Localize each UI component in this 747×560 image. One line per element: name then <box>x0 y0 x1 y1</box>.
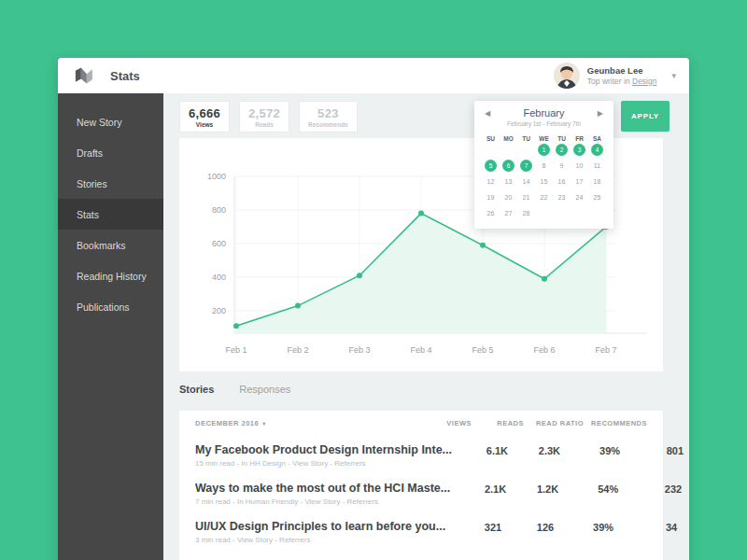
x-tick-label: Feb 2 <box>287 345 308 355</box>
y-tick-label: 1000 <box>207 172 226 181</box>
caret-down-icon: ▾ <box>262 420 266 427</box>
calendar-day[interactable]: 2 <box>553 142 571 158</box>
table-header-row: DECEMBER 2016 ▾ VIEWS READS READ RATIO R… <box>179 411 663 436</box>
sidebar-item-new-story[interactable]: New Story <box>58 106 163 137</box>
calendar-day[interactable]: 24 <box>571 189 588 205</box>
stat-card-views[interactable]: 6,666 Views <box>179 101 230 133</box>
content-tabs: Stories Responses <box>179 384 290 395</box>
calendar-day[interactable]: 11 <box>588 158 606 174</box>
story-title[interactable]: Ways to make the most out of the HCI Mas… <box>195 482 450 495</box>
calendar-day-selected[interactable]: 5 <box>485 160 497 172</box>
day-header: SA <box>588 135 606 142</box>
table-row[interactable]: Ways to make the most out of the HCI Mas… <box>179 474 663 512</box>
calendar-day-selected[interactable]: 7 <box>520 160 532 172</box>
day-header: SU <box>482 135 500 142</box>
x-tick-label: Feb 7 <box>595 345 616 355</box>
user-info[interactable]: Geunbae Lee Top writer in Design <box>587 65 657 87</box>
stat-card-recommends[interactable]: 523 Recommends <box>299 101 358 133</box>
sidebar-item-reading-history[interactable]: Reading History <box>58 260 163 291</box>
calendar-day-selected[interactable]: 6 <box>502 160 514 172</box>
calendar-day[interactable]: 5 <box>482 158 500 174</box>
read-ratio-cell: 39% <box>560 443 620 456</box>
sidebar-item-drafts[interactable]: Drafts <box>58 137 163 168</box>
calendar-day-empty <box>535 205 553 221</box>
table-row[interactable]: UI/UX Design Principles to learn before … <box>179 512 663 551</box>
calendar-day[interactable]: 21 <box>517 189 535 205</box>
calendar-day[interactable]: 6 <box>500 158 517 174</box>
data-point <box>480 243 486 248</box>
data-point <box>295 303 301 309</box>
medium-logo-icon[interactable] <box>75 67 97 84</box>
story-cell: My Facebook Product Design Internship In… <box>195 443 452 468</box>
calendar-day[interactable]: 8 <box>535 158 553 174</box>
story-cell: Ways to make the most out of the HCI Mas… <box>195 482 450 506</box>
story-title[interactable]: UI/UX Design Principles to learn before … <box>195 520 445 533</box>
data-point <box>357 273 362 278</box>
sidebar-item-publications[interactable]: Publications <box>58 291 163 322</box>
period-label: DECEMBER 2016 <box>195 419 259 427</box>
calendar-day[interactable]: 27 <box>500 205 517 221</box>
avatar[interactable] <box>554 63 580 89</box>
calendar-day-selected[interactable]: 1 <box>538 144 550 156</box>
calendar-day-empty <box>588 205 606 221</box>
sidebar-item-bookmarks[interactable]: Bookmarks <box>58 230 163 260</box>
calendar-day-selected[interactable]: 4 <box>591 144 603 156</box>
calendar-day-selected[interactable]: 3 <box>573 144 585 156</box>
calendar-day[interactable]: 26 <box>482 205 500 221</box>
reads-cell: 2.3K <box>508 443 560 456</box>
calendar-day[interactable]: 9 <box>553 158 571 174</box>
y-tick-label: 400 <box>212 273 226 282</box>
stat-card-reads[interactable]: 2,572 Reads <box>239 101 289 133</box>
calendar-day-empty <box>553 205 571 221</box>
calendar-day[interactable]: 16 <box>553 174 571 189</box>
calendar-week: 567891011 <box>482 158 606 174</box>
stat-value: 523 <box>308 106 348 120</box>
read-ratio-cell: 54% <box>558 482 618 495</box>
calendar-day[interactable]: 15 <box>535 174 553 189</box>
table-row[interactable]: What would you do if you took a differen… <box>179 551 663 560</box>
design-link[interactable]: Design <box>632 77 656 86</box>
recommends-cell: 801 <box>620 443 684 456</box>
stat-value: 6,666 <box>189 106 220 120</box>
apply-button[interactable]: APPLY <box>621 101 669 132</box>
x-tick-label: Feb 5 <box>472 345 493 355</box>
calendar-day-empty <box>500 142 517 158</box>
calendar-day[interactable]: 28 <box>517 205 535 221</box>
story-meta: 3 min read - View Story - Referrers <box>195 536 445 544</box>
calendar-day[interactable]: 19 <box>482 189 500 205</box>
calendar-day[interactable]: 23 <box>553 189 571 205</box>
calendar-day[interactable]: 18 <box>588 174 606 189</box>
calendar-day[interactable]: 10 <box>571 158 588 174</box>
sidebar-item-stats[interactable]: Stats <box>58 199 163 230</box>
tab-responses[interactable]: Responses <box>239 384 290 395</box>
calendar-day[interactable]: 25 <box>588 189 606 205</box>
calendar-prev-icon[interactable]: ◀ <box>485 110 490 118</box>
calendar-day[interactable]: 4 <box>588 142 606 158</box>
page-title: Stats <box>110 69 140 83</box>
calendar-day[interactable]: 13 <box>500 174 517 189</box>
calendar-day[interactable]: 22 <box>535 189 553 205</box>
calendar-day[interactable]: 14 <box>517 174 535 189</box>
day-header: TU <box>517 135 535 142</box>
data-point <box>418 211 424 217</box>
calendar-next-icon[interactable]: ▶ <box>598 110 603 118</box>
chevron-down-icon[interactable]: ▾ <box>671 71 676 80</box>
views-cell: 321 <box>445 520 501 533</box>
calendar-week: 12131415161718 <box>482 174 606 189</box>
story-meta: 15 min read - In HH Design - View Story … <box>195 459 452 468</box>
table-row[interactable]: My Facebook Product Design Internship In… <box>179 436 663 474</box>
tab-stories[interactable]: Stories <box>179 384 214 395</box>
sidebar-item-stories[interactable]: Stories <box>58 168 163 199</box>
period-selector[interactable]: DECEMBER 2016 ▾ <box>195 419 416 427</box>
calendar-day[interactable]: 3 <box>571 142 588 158</box>
calendar-day[interactable]: 12 <box>482 174 500 189</box>
calendar-day[interactable]: 20 <box>500 189 517 205</box>
calendar-day[interactable]: 7 <box>517 158 535 174</box>
table-rows: My Facebook Product Design Internship In… <box>179 436 663 560</box>
main-content: 6,666 Views 2,572 Reads 523 Recommends A… <box>163 93 689 560</box>
calendar-day-selected[interactable]: 2 <box>556 144 568 156</box>
story-title[interactable]: My Facebook Product Design Internship In… <box>195 443 452 456</box>
calendar-day[interactable]: 17 <box>571 174 588 189</box>
calendar-day[interactable]: 1 <box>535 142 553 158</box>
day-header: FR <box>571 135 588 142</box>
